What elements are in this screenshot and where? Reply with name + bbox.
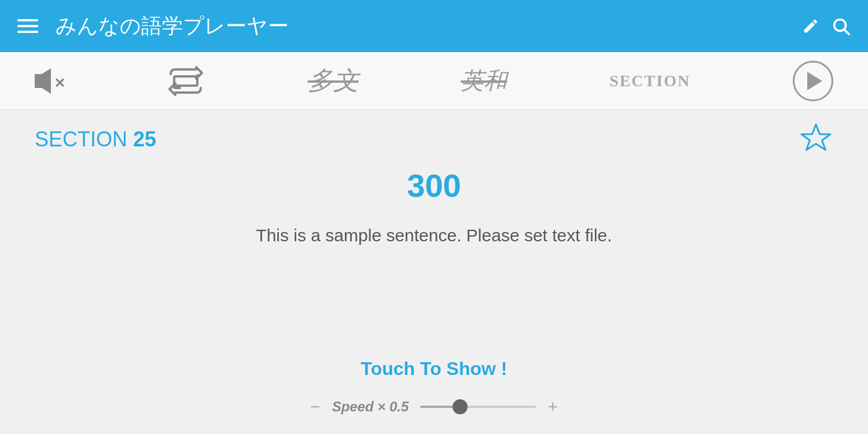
svg-text:✕: ✕ bbox=[54, 75, 64, 91]
sentence-text: This is a sample sentence. Please set te… bbox=[35, 222, 833, 249]
speed-control: − Speed × 0.5 + bbox=[35, 397, 833, 422]
multi-text-button[interactable]: 多文 bbox=[308, 64, 359, 98]
main-content: SECTION 25 300 This is a sample sentence… bbox=[0, 110, 868, 434]
app-header: みんなの語学プレーヤー bbox=[0, 0, 868, 52]
sentence-area: This is a sample sentence. Please set te… bbox=[35, 222, 833, 347]
mute-button[interactable]: ✕ bbox=[35, 68, 64, 94]
speed-label: Speed × 0.5 bbox=[332, 399, 409, 415]
pencil-icon[interactable] bbox=[802, 17, 819, 35]
header-actions bbox=[802, 16, 851, 36]
speed-slider[interactable] bbox=[420, 406, 536, 408]
speed-increase-button[interactable]: + bbox=[547, 397, 558, 417]
touch-to-show-label: Touch To Show ! bbox=[361, 358, 507, 379]
svg-marker-2 bbox=[35, 68, 51, 94]
section-label-text: SECTION bbox=[35, 127, 133, 151]
repeat-button[interactable] bbox=[166, 66, 205, 96]
eiwa-button[interactable]: 英和 bbox=[461, 65, 507, 97]
play-triangle-icon bbox=[807, 72, 822, 90]
hamburger-menu-icon[interactable] bbox=[17, 19, 38, 33]
number-display: 300 bbox=[35, 167, 833, 204]
section-title: SECTION 25 bbox=[35, 127, 156, 152]
play-button[interactable] bbox=[793, 61, 833, 101]
speed-slider-thumb[interactable] bbox=[453, 399, 468, 414]
search-icon[interactable] bbox=[831, 16, 851, 36]
section-toolbar-button[interactable]: SECTION bbox=[609, 72, 690, 90]
speed-decrease-button[interactable]: − bbox=[310, 397, 321, 417]
touch-to-show-button[interactable]: Touch To Show ! bbox=[35, 358, 833, 380]
app-title: みんなの語学プレーヤー bbox=[56, 12, 802, 41]
speed-slider-fill bbox=[420, 406, 455, 408]
entry-number: 300 bbox=[407, 167, 461, 204]
favorite-star-icon[interactable] bbox=[799, 122, 833, 161]
section-header: SECTION 25 bbox=[35, 127, 833, 161]
section-number-text: 25 bbox=[133, 127, 156, 151]
toolbar: ✕ 多文 英和 SECTION bbox=[0, 52, 868, 110]
svg-line-1 bbox=[844, 30, 849, 34]
